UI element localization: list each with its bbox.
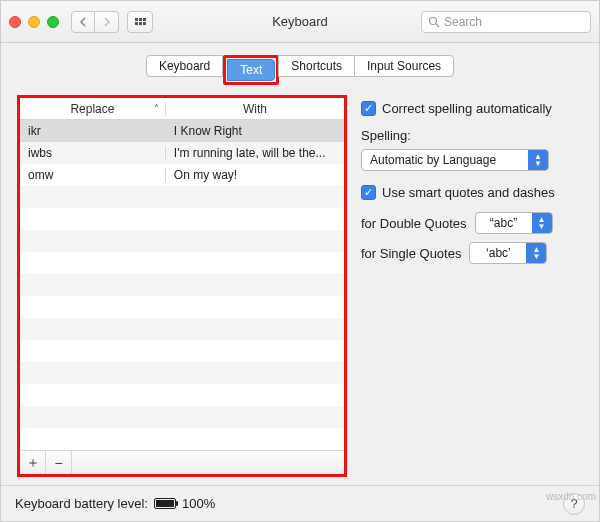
cell-replace[interactable]: ikr (20, 124, 166, 138)
battery-percent: 100% (182, 496, 215, 511)
column-header-replace-label: Replace (70, 102, 114, 116)
minimize-button[interactable] (28, 16, 40, 28)
help-button[interactable]: ? (563, 493, 585, 515)
zoom-button[interactable] (47, 16, 59, 28)
dropdown-arrows-icon: ▲▼ (528, 150, 548, 170)
battery-icon (154, 498, 176, 509)
table-row (20, 428, 344, 450)
single-quotes-row: for Single Quotes ‘abc’ ▲▼ (361, 242, 583, 264)
table-row (20, 230, 344, 252)
window-controls (9, 16, 59, 28)
dropdown-arrows-icon: ▲▼ (526, 243, 546, 263)
spelling-select-value: Automatic by Language (362, 153, 528, 167)
table-row (20, 186, 344, 208)
smart-quotes-row[interactable]: ✓ Use smart quotes and dashes (361, 185, 583, 200)
table-footer: ＋ − (20, 450, 344, 474)
options-panel: ✓ Correct spelling automatically Spellin… (361, 95, 583, 477)
table-row (20, 384, 344, 406)
table-row[interactable]: iwbsI'm running late, will be the... (20, 142, 344, 164)
column-header-with[interactable]: With (166, 102, 344, 116)
tab-segmented-control: Keyboard Text Shortcuts Input Sources (146, 55, 454, 85)
table-row (20, 274, 344, 296)
single-quotes-value: ‘abc’ (470, 246, 526, 260)
preferences-window: Keyboard Keyboard Text Shortcuts Input S… (0, 0, 600, 522)
double-quotes-label: for Double Quotes (361, 216, 467, 231)
show-all-button[interactable] (127, 11, 153, 33)
spelling-select[interactable]: Automatic by Language ▲▼ (361, 149, 549, 171)
svg-point-0 (430, 17, 437, 24)
single-quotes-label: for Single Quotes (361, 246, 461, 261)
table-row (20, 252, 344, 274)
add-row-button[interactable]: ＋ (20, 451, 46, 474)
grid-icon (135, 18, 146, 25)
smart-quotes-checkbox[interactable]: ✓ (361, 185, 376, 200)
remove-row-button[interactable]: − (46, 451, 72, 474)
cell-with[interactable]: On my way! (166, 168, 344, 182)
cell-replace[interactable]: omw (20, 168, 166, 182)
cell-with[interactable]: I Know Right (166, 124, 344, 138)
double-quotes-select[interactable]: “abc” ▲▼ (475, 212, 553, 234)
search-input[interactable] (444, 15, 584, 29)
tab-text[interactable]: Text (227, 59, 275, 81)
tabs-row: Keyboard Text Shortcuts Input Sources (1, 43, 599, 95)
tab-shortcuts[interactable]: Shortcuts (278, 55, 355, 77)
double-quotes-row: for Double Quotes “abc” ▲▼ (361, 212, 583, 234)
column-header-with-label: With (243, 102, 267, 116)
table-row[interactable]: ikrI Know Right (20, 120, 344, 142)
dropdown-arrows-icon: ▲▼ (532, 213, 552, 233)
smart-quotes-label: Use smart quotes and dashes (382, 185, 555, 200)
table-header: Replace ˄ With (20, 98, 344, 120)
search-field-wrap[interactable] (421, 11, 591, 33)
replacements-table: Replace ˄ With ikrI Know RightiwbsI'm ru… (17, 95, 347, 477)
table-row (20, 340, 344, 362)
content-area: Replace ˄ With ikrI Know RightiwbsI'm ru… (1, 95, 599, 485)
cell-with[interactable]: I'm running late, will be the... (166, 146, 344, 160)
spelling-heading: Spelling: (361, 128, 583, 143)
double-quotes-value: “abc” (476, 216, 532, 230)
search-icon (428, 16, 440, 28)
nav-buttons (71, 11, 119, 33)
table-row (20, 208, 344, 230)
tab-keyboard[interactable]: Keyboard (146, 55, 223, 77)
svg-line-1 (436, 24, 439, 27)
battery-label: Keyboard battery level: (15, 496, 148, 511)
table-row (20, 318, 344, 340)
back-button[interactable] (71, 11, 95, 33)
correct-spelling-checkbox[interactable]: ✓ (361, 101, 376, 116)
table-row (20, 296, 344, 318)
table-row[interactable]: omwOn my way! (20, 164, 344, 186)
forward-button[interactable] (95, 11, 119, 33)
column-header-replace[interactable]: Replace ˄ (20, 102, 166, 116)
tab-input-sources[interactable]: Input Sources (354, 55, 454, 77)
table-row (20, 362, 344, 384)
sort-ascending-icon: ˄ (154, 103, 159, 114)
table-row (20, 406, 344, 428)
single-quotes-select[interactable]: ‘abc’ ▲▼ (469, 242, 547, 264)
cell-replace[interactable]: iwbs (20, 146, 166, 160)
close-button[interactable] (9, 16, 21, 28)
correct-spelling-label: Correct spelling automatically (382, 101, 552, 116)
tab-highlight: Text (223, 55, 279, 85)
status-bar: Keyboard battery level: 100% ? (1, 485, 599, 521)
correct-spelling-row[interactable]: ✓ Correct spelling automatically (361, 101, 583, 116)
titlebar: Keyboard (1, 1, 599, 43)
table-body: ikrI Know RightiwbsI'm running late, wil… (20, 120, 344, 450)
